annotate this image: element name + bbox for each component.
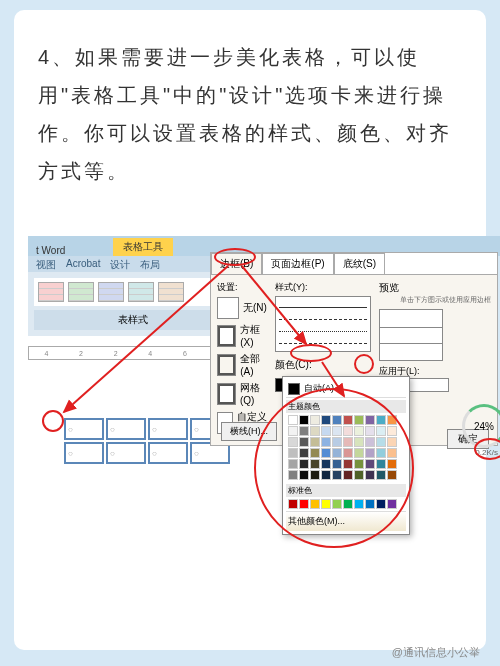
style-thumb[interactable] [128, 282, 154, 302]
more-colors-option[interactable]: 其他颜色(M)... [286, 511, 406, 531]
color-cell[interactable] [365, 448, 375, 458]
contextual-tab[interactable]: 表格工具 [113, 238, 173, 256]
preview-box[interactable] [379, 309, 443, 361]
color-cell[interactable] [387, 415, 397, 425]
color-cell[interactable] [387, 426, 397, 436]
color-cell[interactable] [365, 437, 375, 447]
style-thumb[interactable] [68, 282, 94, 302]
tab-acrobat[interactable]: Acrobat [66, 258, 100, 270]
tab-page-borders[interactable]: 页面边框(P) [262, 253, 333, 274]
color-cell[interactable] [343, 426, 353, 436]
color-cell[interactable] [332, 448, 342, 458]
color-cell[interactable] [387, 448, 397, 458]
color-cell[interactable] [387, 499, 397, 509]
color-cell[interactable] [299, 415, 309, 425]
color-cell[interactable] [299, 499, 309, 509]
color-cell[interactable] [354, 459, 364, 469]
color-cell[interactable] [376, 499, 386, 509]
color-cell[interactable] [321, 499, 331, 509]
color-cell[interactable] [332, 459, 342, 469]
color-cell[interactable] [288, 470, 298, 480]
line-style-list[interactable] [275, 296, 371, 352]
color-cell[interactable] [387, 459, 397, 469]
color-cell[interactable] [288, 426, 298, 436]
document-table[interactable]: ○○○○ ○○○○ [62, 416, 232, 466]
color-cell[interactable] [376, 437, 386, 447]
color-cell[interactable] [332, 415, 342, 425]
instruction-text: 4、如果需要进一步美化表格，可以使用"表格工具"中的"设计"选项卡来进行操作。你… [38, 38, 462, 190]
color-cell[interactable] [299, 459, 309, 469]
progress-gauge: 24% [462, 404, 500, 448]
color-cell[interactable] [299, 448, 309, 458]
color-cell[interactable] [332, 470, 342, 480]
color-cell[interactable] [321, 426, 331, 436]
color-cell[interactable] [332, 426, 342, 436]
tab-design[interactable]: 设计 [110, 258, 130, 270]
color-cell[interactable] [343, 499, 353, 509]
color-cell[interactable] [310, 415, 320, 425]
style-thumb[interactable] [38, 282, 64, 302]
color-cell[interactable] [343, 459, 353, 469]
color-cell[interactable] [376, 470, 386, 480]
style-gallery[interactable] [34, 278, 232, 306]
color-cell[interactable] [310, 437, 320, 447]
color-cell[interactable] [310, 459, 320, 469]
color-cell[interactable] [354, 448, 364, 458]
color-cell[interactable] [354, 499, 364, 509]
color-cell[interactable] [310, 499, 320, 509]
color-cell[interactable] [288, 415, 298, 425]
color-cell[interactable] [288, 499, 298, 509]
color-cell[interactable] [321, 448, 331, 458]
color-cell[interactable] [288, 437, 298, 447]
color-cell[interactable] [321, 459, 331, 469]
color-cell[interactable] [354, 426, 364, 436]
hline-button[interactable]: 横线(H)... [221, 422, 277, 441]
color-cell[interactable] [321, 437, 331, 447]
color-cell[interactable] [387, 437, 397, 447]
color-cell[interactable] [343, 415, 353, 425]
color-cell[interactable] [332, 499, 342, 509]
color-cell[interactable] [376, 415, 386, 425]
tab-shading[interactable]: 底纹(S) [334, 253, 385, 274]
color-cell[interactable] [387, 470, 397, 480]
color-cell[interactable] [299, 426, 309, 436]
auto-color-option[interactable]: 自动(A) [286, 380, 406, 398]
color-cell[interactable] [354, 437, 364, 447]
tab-layout[interactable]: 布局 [140, 258, 160, 270]
color-cell[interactable] [376, 448, 386, 458]
color-cell[interactable] [365, 499, 375, 509]
tab-view[interactable]: 视图 [36, 258, 56, 270]
color-cell[interactable] [365, 415, 375, 425]
color-cell[interactable] [376, 426, 386, 436]
color-cell[interactable] [310, 448, 320, 458]
preset-all[interactable]: 全部(A) [217, 352, 269, 377]
style-label: 样式(Y): [275, 281, 373, 294]
color-cell[interactable] [310, 426, 320, 436]
color-cell[interactable] [310, 470, 320, 480]
preset-none[interactable]: 无(N) [217, 297, 269, 319]
tab-borders[interactable]: 边框(B) [211, 253, 262, 274]
style-thumb[interactable] [98, 282, 124, 302]
color-cell[interactable] [321, 415, 331, 425]
color-cell[interactable] [354, 470, 364, 480]
color-cell[interactable] [354, 415, 364, 425]
color-cell[interactable] [365, 459, 375, 469]
color-cell[interactable] [288, 459, 298, 469]
color-cell[interactable] [321, 470, 331, 480]
color-cell[interactable] [365, 426, 375, 436]
color-cell[interactable] [343, 437, 353, 447]
preset-grid[interactable]: 网格(Q) [217, 381, 269, 406]
color-cell[interactable] [299, 470, 309, 480]
color-cell[interactable] [343, 470, 353, 480]
color-cell[interactable] [343, 448, 353, 458]
theme-color-grid[interactable] [286, 413, 406, 482]
auto-swatch-icon [288, 383, 300, 395]
color-cell[interactable] [365, 470, 375, 480]
preset-box[interactable]: 方框(X) [217, 323, 269, 348]
color-cell[interactable] [376, 459, 386, 469]
color-cell[interactable] [299, 437, 309, 447]
standard-color-row[interactable] [286, 497, 406, 511]
style-thumb[interactable] [158, 282, 184, 302]
color-cell[interactable] [332, 437, 342, 447]
color-cell[interactable] [288, 448, 298, 458]
